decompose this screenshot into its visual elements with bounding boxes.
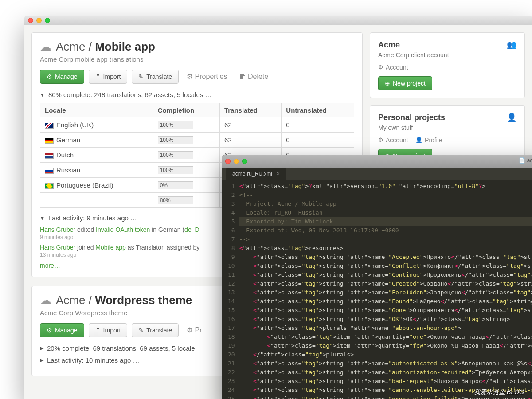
user-icon: 👤 bbox=[507, 113, 516, 122]
org-panel: Acme👥 Acme Corp client account ⚙Account … bbox=[370, 32, 525, 98]
code-area[interactable]: 1234567891011121314151617181920212223242… bbox=[222, 180, 532, 399]
plus-circle-icon: ⊕ bbox=[385, 80, 390, 87]
document-icon: 📄 bbox=[519, 157, 525, 164]
org-subtitle: Acme Corp client account bbox=[378, 51, 516, 59]
gear-icon: ⚙ bbox=[187, 73, 193, 80]
import-button[interactable]: ⤒Import bbox=[89, 323, 128, 337]
flag-icon bbox=[45, 168, 54, 174]
col-untranslated: Untranslated bbox=[282, 103, 354, 117]
cloud-icon: ☁ bbox=[40, 40, 51, 54]
project-subtitle: Acme Corp mobile app translations bbox=[40, 55, 354, 63]
translate-button[interactable]: ✎Translate bbox=[132, 70, 179, 84]
org-title: Acme bbox=[378, 40, 400, 50]
editor-titlebar: 📄acme bbox=[222, 155, 532, 168]
import-button[interactable]: ⤒Import bbox=[89, 70, 128, 84]
profile-link[interactable]: 👤Profile bbox=[415, 137, 442, 144]
user-icon: 👤 bbox=[415, 137, 422, 143]
more-link[interactable]: more… bbox=[40, 262, 60, 269]
delete-link[interactable]: 🗑 Delete bbox=[235, 70, 272, 84]
caret-right-icon: ▶ bbox=[40, 357, 43, 363]
translate-button[interactable]: ✎Translate bbox=[132, 323, 179, 337]
gear-icon: ⚙ bbox=[378, 64, 383, 70]
breadcrumb-org: Acme / bbox=[56, 293, 92, 307]
close-icon[interactable] bbox=[28, 18, 33, 23]
table-row[interactable]: German 100% 620 bbox=[40, 133, 354, 148]
breadcrumb-name: Mobile app bbox=[95, 40, 155, 53]
flag-icon bbox=[45, 138, 54, 144]
account-link[interactable]: ⚙Account bbox=[378, 137, 408, 144]
breadcrumb-name: Wordpress theme bbox=[95, 293, 192, 307]
manage-button[interactable]: ⚙Manage bbox=[40, 323, 84, 337]
gear-icon: ⚙ bbox=[47, 327, 52, 334]
close-tab-icon[interactable]: × bbox=[277, 171, 280, 177]
pencil-icon: ✎ bbox=[138, 327, 144, 334]
flag-icon bbox=[45, 183, 54, 189]
project-title: ☁ Acme / Mobile app bbox=[40, 40, 354, 54]
minimize-icon[interactable] bbox=[36, 18, 42, 23]
zoom-icon[interactable] bbox=[45, 18, 50, 23]
col-translated: Translated bbox=[219, 103, 281, 117]
gear-icon: ⚙ bbox=[47, 73, 52, 80]
breadcrumb-org: Acme / bbox=[56, 40, 92, 53]
caret-right-icon: ▶ bbox=[40, 345, 43, 351]
zoom-icon[interactable] bbox=[242, 159, 247, 164]
col-completion: Completion bbox=[153, 103, 219, 117]
pencil-icon: ✎ bbox=[138, 73, 144, 80]
window-titlebar bbox=[24, 16, 532, 25]
upload-icon: ⤒ bbox=[95, 73, 101, 80]
cloud-icon: ☁ bbox=[40, 293, 51, 307]
document-label: 📄acme bbox=[519, 157, 532, 164]
flag-icon bbox=[45, 123, 54, 129]
personal-subtitle: My own stuff bbox=[378, 124, 516, 131]
upload-icon: ⤒ bbox=[95, 327, 101, 334]
properties-link[interactable]: ⚙ Properties bbox=[183, 69, 231, 84]
manage-button[interactable]: ⚙Manage bbox=[40, 70, 84, 84]
table-row[interactable]: English (UK) 100% 620 bbox=[40, 117, 354, 133]
gear-icon: ⚙ bbox=[187, 326, 193, 334]
caret-down-icon: ▼ bbox=[40, 92, 45, 98]
gear-icon: ⚙ bbox=[378, 137, 383, 143]
editor-tab-active[interactable]: acme-ru_RU.xml× bbox=[226, 168, 286, 180]
properties-link[interactable]: ⚙ Pr bbox=[183, 323, 205, 337]
editor-tabs: acme-ru_RU.xml× bbox=[222, 168, 532, 180]
flag-icon bbox=[45, 153, 54, 159]
personal-title: Personal projects bbox=[378, 113, 445, 122]
close-icon[interactable] bbox=[225, 159, 231, 164]
completion-summary[interactable]: ▼80% complete. 248 translations, 62 asse… bbox=[40, 91, 354, 98]
new-project-button[interactable]: ⊕New project bbox=[378, 76, 432, 90]
minimize-icon[interactable] bbox=[234, 159, 239, 164]
trash-icon: 🗑 bbox=[239, 73, 246, 80]
watermark: 我爱水煮鱼 BLOG bbox=[474, 388, 524, 396]
col-locale: Locale bbox=[40, 103, 153, 117]
editor-window: 📄acme acme-ru_RU.xml× 123456789101112131… bbox=[222, 155, 532, 399]
account-link[interactable]: ⚙Account bbox=[378, 64, 408, 71]
users-icon: 👥 bbox=[507, 40, 516, 50]
caret-down-icon: ▼ bbox=[40, 215, 45, 221]
